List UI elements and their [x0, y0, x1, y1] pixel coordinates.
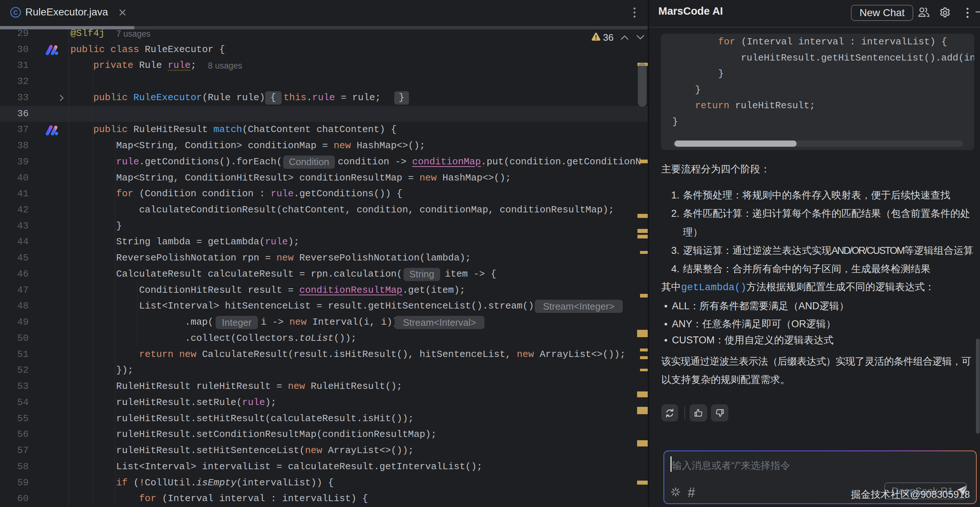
- svg-text:C: C: [14, 10, 18, 16]
